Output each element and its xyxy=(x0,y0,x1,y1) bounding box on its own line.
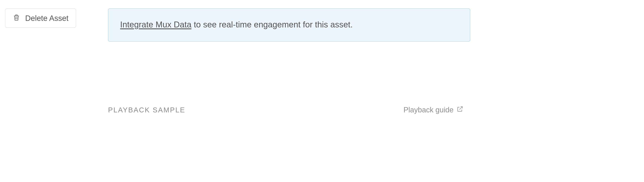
playback-guide-label: Playback guide xyxy=(404,106,454,114)
integrate-data-banner: Integrate Mux Data to see real-time enga… xyxy=(108,9,470,42)
delete-asset-label: Delete Asset xyxy=(25,14,68,22)
integrate-banner-tail-text: to see real-time engagement for this ass… xyxy=(192,20,353,29)
playback-sample-section-header: PLAYBACK SAMPLE Playback guide xyxy=(108,106,470,114)
trash-icon xyxy=(13,14,20,23)
right-content-column: Integrate Mux Data to see real-time enga… xyxy=(108,9,470,114)
playback-guide-link[interactable]: Playback guide xyxy=(404,106,464,114)
delete-asset-button[interactable]: Delete Asset xyxy=(5,9,76,28)
asset-detail-fragment: Delete Asset Integrate Mux Data to see r… xyxy=(0,0,644,114)
left-actions-column: Delete Asset xyxy=(5,9,76,28)
integrate-mux-data-link[interactable]: Integrate Mux Data xyxy=(120,20,191,29)
playback-sample-heading: PLAYBACK SAMPLE xyxy=(108,106,185,114)
external-link-icon xyxy=(456,106,464,114)
